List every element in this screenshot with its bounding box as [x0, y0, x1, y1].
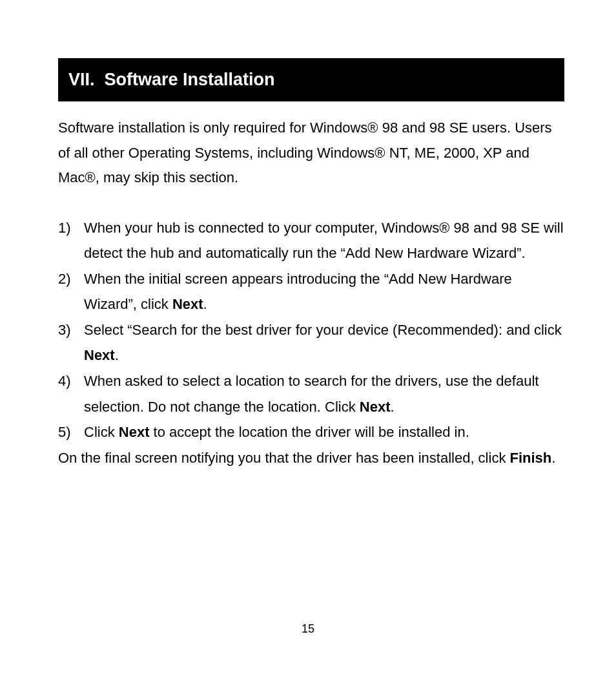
bold-text: Next [360, 399, 391, 415]
text: . [203, 296, 207, 312]
section-header: VII. Software Installation [58, 58, 564, 101]
list-text: Select “Search for the best driver for y… [84, 317, 564, 368]
instructions-list: 1) When your hub is connected to your co… [58, 215, 564, 445]
page-number: 15 [0, 622, 616, 636]
list-number: 2) [58, 266, 84, 317]
bold-text: Next [119, 424, 150, 440]
text: . [391, 399, 395, 415]
section-title: Software Installation [105, 70, 275, 89]
registered-mark: ® [85, 169, 96, 185]
list-text: When asked to select a location to searc… [84, 368, 564, 419]
list-item: 1) When your hub is connected to your co… [58, 215, 564, 266]
page-content: VII. Software Installation Software inst… [0, 0, 616, 470]
list-text: Click Next to accept the location the dr… [84, 419, 564, 445]
text: When your hub is connected to your compu… [84, 220, 439, 236]
intro-text: Software installation is only required f… [58, 120, 367, 136]
list-number: 3) [58, 317, 84, 368]
intro-paragraph: Software installation is only required f… [58, 116, 564, 191]
list-text: When your hub is connected to your compu… [84, 215, 564, 266]
text: Click [84, 424, 119, 440]
list-item: 5) Click Next to accept the location the… [58, 419, 564, 445]
list-item: 2) When the initial screen appears intro… [58, 266, 564, 317]
list-text: When the initial screen appears introduc… [84, 266, 564, 317]
closing-paragraph: On the final screen notifying you that t… [58, 445, 564, 471]
list-item: 3) Select “Search for the best driver fo… [58, 317, 564, 368]
section-number: VII. [68, 70, 95, 89]
text: . [551, 450, 555, 466]
bold-text: Finish [510, 450, 552, 466]
list-item: 4) When asked to select a location to se… [58, 368, 564, 419]
list-number: 1) [58, 215, 84, 266]
registered-mark: ® [375, 145, 385, 161]
registered-mark: ® [439, 220, 449, 236]
list-number: 4) [58, 368, 84, 419]
bold-text: Next [172, 296, 203, 312]
text: to accept the location the driver will b… [149, 424, 469, 440]
registered-mark: ® [367, 120, 378, 136]
text: When asked to select a location to searc… [84, 373, 539, 415]
text: When the initial screen appears introduc… [84, 271, 512, 313]
text: On the final screen notifying you that t… [58, 450, 510, 466]
list-number: 5) [58, 419, 84, 445]
bold-text: Next [84, 347, 115, 363]
text: Select “Search for the best driver for y… [84, 322, 562, 338]
text: . [115, 347, 119, 363]
intro-text: , may skip this section. [96, 169, 238, 185]
